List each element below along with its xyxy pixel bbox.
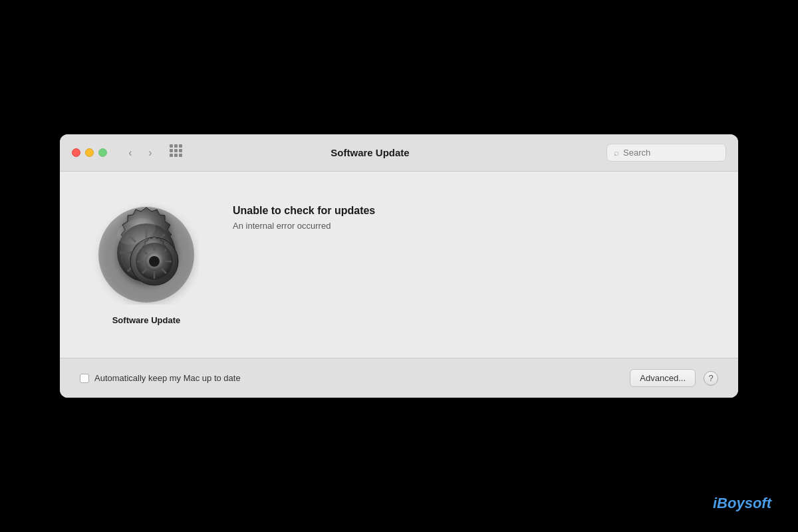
main-content: Software Update Unable to check for upda… (60, 172, 738, 358)
error-section: Unable to check for updates An internal … (233, 192, 718, 231)
auto-update-checkbox[interactable] (80, 374, 89, 383)
help-button[interactable]: ? (704, 371, 718, 386)
bottom-bar: Automatically keep my Mac up to date Adv… (60, 358, 738, 398)
error-subtitle: An internal error occurred (233, 221, 718, 231)
titlebar: ‹ › Software Update ⌕ (60, 134, 738, 172)
search-input[interactable] (623, 148, 716, 158)
software-update-icon (93, 198, 200, 305)
error-title: Unable to check for updates (233, 205, 718, 217)
traffic-lights (72, 148, 107, 157)
back-button[interactable]: ‹ (122, 144, 139, 162)
minimize-button[interactable] (85, 148, 94, 157)
auto-update-label: Automatically keep my Mac up to date (94, 373, 241, 383)
system-preferences-window: ‹ › Software Update ⌕ (60, 134, 738, 398)
search-icon: ⌕ (614, 148, 619, 158)
advanced-button[interactable]: Advanced... (630, 369, 696, 387)
search-box[interactable]: ⌕ (606, 144, 726, 162)
window-title: Software Update (142, 147, 598, 158)
right-panel: Unable to check for updates An internal … (213, 192, 718, 338)
auto-update-container: Automatically keep my Mac up to date (80, 373, 622, 383)
left-panel: Software Update (80, 192, 213, 338)
iboysoft-watermark: iBoysoft (713, 495, 771, 512)
watermark-suffix: Boysoft (717, 495, 771, 511)
svg-point-16 (149, 256, 160, 267)
icon-label: Software Update (112, 315, 181, 325)
maximize-button[interactable] (98, 148, 107, 157)
close-button[interactable] (72, 148, 80, 157)
